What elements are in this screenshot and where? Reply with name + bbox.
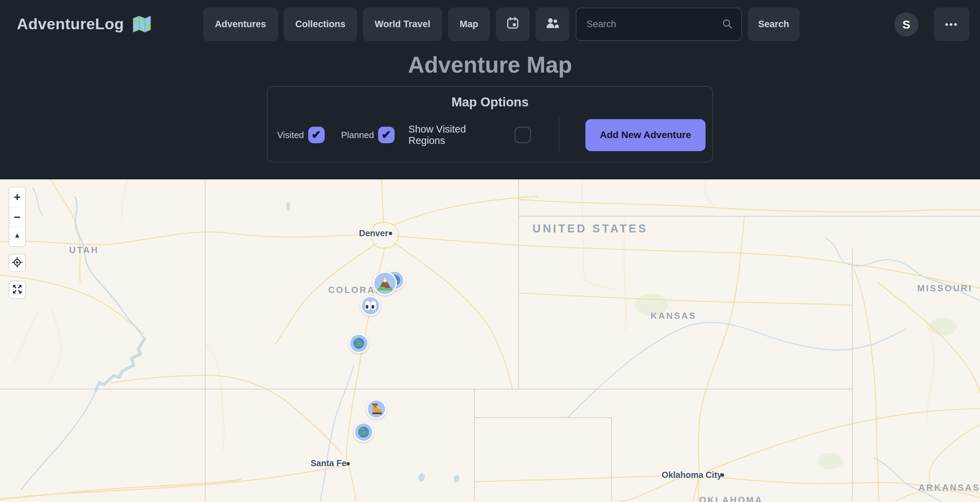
globe-icon [353, 337, 365, 349]
pitch-up-icon: ▲ [14, 231, 21, 239]
eyes-marker[interactable] [361, 296, 380, 316]
map-canvas[interactable]: UNITED STATESUTAHCOLORADOKANSASMISSOURIO… [0, 180, 980, 502]
state-label-utah: UTAH [69, 245, 99, 256]
calendar-button[interactable] [496, 8, 530, 41]
zoom-in-button[interactable]: + [9, 187, 25, 207]
search-input[interactable] [576, 8, 742, 41]
nav-adventures[interactable]: Adventures [203, 8, 278, 41]
search-icon [722, 18, 733, 31]
globe-marker[interactable] [349, 333, 369, 353]
zoom-out-button[interactable]: − [9, 207, 25, 227]
boot-marker[interactable] [366, 399, 387, 419]
map-options-row: Visited ✔ Planned ✔ Show Visited Regions… [277, 117, 706, 153]
page-title: Adventure Map [0, 52, 980, 78]
geolocate-icon [12, 257, 23, 269]
map-options-card: Map Options Visited ✔ Planned ✔ Show Vis… [267, 86, 713, 162]
header: AdventureLog Adventures Collections Worl… [0, 0, 980, 180]
geolocate-button[interactable] [9, 254, 26, 272]
show-visited-regions-label: Show Visited Regions [408, 124, 504, 146]
state-label-oklahoma: OKLAHOMA [699, 495, 763, 502]
state-label-arkansas: ARKANSAS [918, 482, 980, 493]
boot-icon [370, 402, 383, 416]
visited-label: Visited [277, 130, 304, 140]
globe-icon [358, 426, 369, 438]
map-base-layer [0, 180, 980, 502]
search-box [576, 8, 742, 41]
avatar[interactable]: S [894, 13, 918, 37]
nav-world-travel[interactable]: World Travel [363, 8, 442, 41]
city-label-santa-fe: Santa Fe [310, 458, 347, 468]
calendar-icon [506, 16, 520, 32]
fullscreen-icon [11, 283, 23, 296]
check-icon: ✔ [382, 129, 391, 140]
world-map-emoji-icon [132, 15, 151, 33]
country-label-united-states: UNITED STATES [532, 222, 648, 235]
navbar: AdventureLog Adventures Collections Worl… [0, 0, 980, 48]
eyes-icon [364, 300, 377, 311]
adventurelog-app: AdventureLog Adventures Collections Worl… [0, 0, 980, 502]
users-button[interactable] [535, 8, 569, 41]
planned-checkbox[interactable]: ✔ [378, 127, 395, 143]
map-options-title: Map Options [267, 95, 713, 110]
nav-collections[interactable]: Collections [284, 8, 358, 41]
city-label-denver: Denver [359, 228, 388, 238]
city-dot-denver [389, 232, 392, 235]
more-button[interactable]: ••• [934, 8, 969, 41]
globe-marker[interactable] [354, 422, 374, 442]
fullscreen-button[interactable] [9, 281, 26, 299]
users-icon [546, 16, 559, 32]
search-button[interactable]: Search [748, 8, 800, 41]
planned-label: Planned [341, 130, 374, 140]
nav-buttons: Adventures Collections World Travel Map [203, 8, 569, 41]
nav-map[interactable]: Map [448, 8, 490, 41]
check-icon: ✔ [311, 129, 321, 140]
logo-text: AdventureLog [17, 15, 124, 33]
state-label-kansas: KANSAS [651, 311, 697, 321]
show-visited-regions-checkbox[interactable] [514, 127, 531, 143]
divider [558, 117, 559, 153]
visited-checkbox[interactable]: ✔ [308, 127, 325, 143]
ellipsis-icon: ••• [945, 19, 958, 30]
add-new-adventure-button[interactable]: Add New Adventure [585, 119, 706, 151]
compass-button[interactable]: ▲ ▼ [9, 227, 25, 246]
city-dot-oklahoma-city [721, 473, 724, 477]
city-label-oklahoma-city: Oklahoma City [662, 470, 722, 480]
state-label-missouri: MISSOURI [917, 283, 973, 294]
pitch-down-icon: ▼ [14, 245, 21, 247]
mountain-marker[interactable] [373, 271, 397, 295]
mountain-icon [377, 276, 393, 291]
logo[interactable]: AdventureLog [17, 15, 151, 33]
city-dot-santa-fe [347, 462, 350, 465]
map-zoom-controls: + − ▲ ▼ [9, 187, 26, 247]
